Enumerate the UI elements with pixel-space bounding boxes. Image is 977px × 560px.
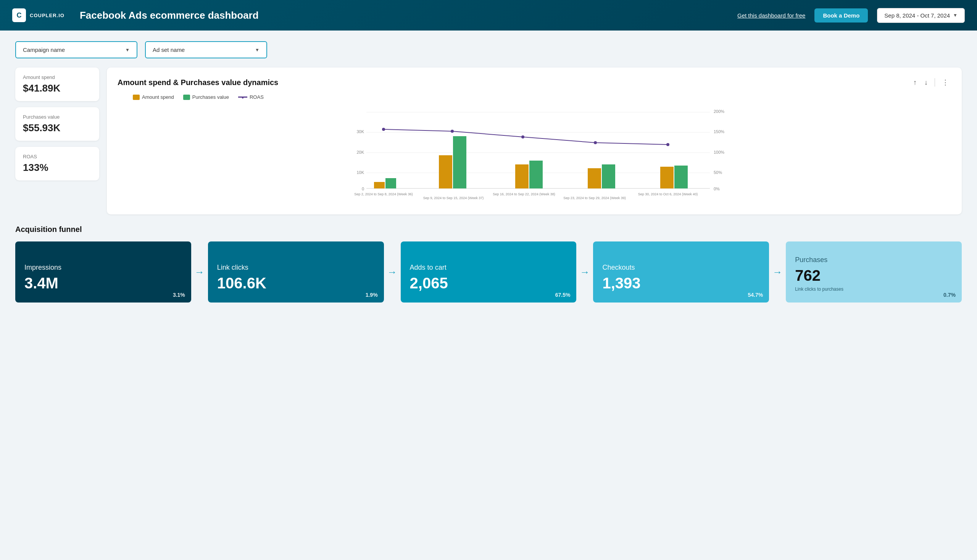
metric-card-purchases-value: Purchases value $55.93K xyxy=(15,107,99,141)
funnel-value-impressions: 3.4M xyxy=(24,275,182,292)
roas-line xyxy=(384,129,668,145)
funnel-label-checkouts: Checkouts xyxy=(602,263,760,272)
book-demo-button[interactable]: Book a Demo xyxy=(814,8,868,23)
logo-area: C COUPLER.IO xyxy=(12,8,65,22)
chart-legend: Amount spend Purchases value ROAS xyxy=(117,94,951,100)
funnel-card-adds-to-cart: Adds to cart 2,065 67.5% xyxy=(401,242,577,303)
svg-text:0%: 0% xyxy=(714,187,720,191)
chart-title: Amount spend & Purchases value dynamics xyxy=(117,78,278,87)
legend-color-purchases xyxy=(183,95,190,100)
chart-metrics-row: Amount spend $41.89K Purchases value $55… xyxy=(15,68,962,214)
date-range-picker[interactable]: Sep 8, 2024 - Oct 7, 2024 ▼ xyxy=(877,8,965,23)
header: C COUPLER.IO Facebook Ads ecommerce dash… xyxy=(0,0,977,30)
svg-text:200%: 200% xyxy=(714,109,724,114)
adset-filter[interactable]: Ad set name ▼ xyxy=(145,41,267,58)
legend-label-roas: ROAS xyxy=(250,94,264,100)
get-dashboard-link[interactable]: Get this dashboard for free xyxy=(737,12,805,19)
metrics-column: Amount spend $41.89K Purchases value $55… xyxy=(15,68,99,214)
legend-item-spend: Amount spend xyxy=(133,94,174,100)
roas-point-3 xyxy=(521,135,524,138)
chart-header: Amount spend & Purchases value dynamics … xyxy=(117,77,951,88)
chart-card: Amount spend & Purchases value dynamics … xyxy=(107,68,962,214)
chevron-down-icon: ▼ xyxy=(255,47,259,53)
funnel-label-purchases: Purchases xyxy=(795,256,953,264)
funnel-card-checkouts: Checkouts 1,393 54.7% xyxy=(593,242,769,303)
chart-actions-divider xyxy=(935,78,935,87)
bar-w1-purchases xyxy=(386,178,396,188)
svg-text:Sep 16, 2024 to Sep 22, 2024 (: Sep 16, 2024 to Sep 22, 2024 (Week 38) xyxy=(493,192,555,196)
funnel-value-purchases: 762 xyxy=(795,267,953,284)
legend-color-spend xyxy=(133,95,140,100)
svg-text:50%: 50% xyxy=(714,170,722,175)
bar-w2-purchases xyxy=(453,136,466,188)
funnel-arrow-4: → xyxy=(769,242,786,303)
funnel-pct-adds-to-cart: 67.5% xyxy=(555,292,571,298)
metric-label-roas: ROAS xyxy=(23,154,92,160)
roas-point-2 xyxy=(451,130,454,133)
metric-value-roas: 133% xyxy=(23,162,92,173)
svg-text:Sep 30, 2024 to Oct 6, 2024 (W: Sep 30, 2024 to Oct 6, 2024 (Week 40) xyxy=(638,192,698,196)
svg-text:100%: 100% xyxy=(714,150,724,155)
svg-text:20K: 20K xyxy=(356,150,364,155)
funnel-label-link-clicks: Link clicks xyxy=(217,263,375,272)
svg-text:Sep 23, 2024 to Sep 29, 2024 (: Sep 23, 2024 to Sep 29, 2024 (Week 39) xyxy=(563,196,626,200)
funnel-label-adds-to-cart: Adds to cart xyxy=(410,263,568,272)
campaign-filter-label: Campaign name xyxy=(23,47,65,53)
funnel-pct-purchases: 0.7% xyxy=(944,292,955,298)
funnel-label-impressions: Impressions xyxy=(24,263,182,272)
metric-card-spend: Amount spend $41.89K xyxy=(15,68,99,101)
chart-svg-container: 0 10K 20K 30K 0% 50% 100% 150% 200% xyxy=(117,105,951,205)
funnel-arrow-1: → xyxy=(191,242,208,303)
chart-actions: ↑ ↓ ⋮ xyxy=(911,77,951,88)
funnel-arrow-2: → xyxy=(384,242,401,303)
metric-value-spend: $41.89K xyxy=(23,82,92,94)
legend-item-roas: ROAS xyxy=(238,94,264,100)
campaign-filter[interactable]: Campaign name ▼ xyxy=(15,41,137,58)
funnel-value-link-clicks: 106.6K xyxy=(217,275,375,292)
chart-menu-button[interactable]: ⋮ xyxy=(940,77,951,88)
roas-point-4 xyxy=(594,141,597,144)
metric-card-roas: ROAS 133% xyxy=(15,147,99,180)
bar-w4-spend xyxy=(588,168,601,188)
bar-w5-spend xyxy=(660,167,674,188)
svg-text:Sep 2, 2024 to Sep 8, 2024 (We: Sep 2, 2024 to Sep 8, 2024 (Week 36) xyxy=(354,192,413,196)
legend-color-roas xyxy=(238,97,247,98)
chevron-down-icon: ▼ xyxy=(125,47,130,53)
funnel-pct-checkouts: 54.7% xyxy=(748,292,763,298)
roas-point-5 xyxy=(666,143,670,146)
funnel-pct-impressions: 3.1% xyxy=(173,292,185,298)
bar-w3-purchases xyxy=(529,161,543,188)
chart-up-button[interactable]: ↑ xyxy=(911,77,919,88)
funnel-card-purchases: Purchases 762 Link clicks to purchases 0… xyxy=(786,242,962,303)
bar-w3-spend xyxy=(515,164,529,188)
funnel-sub-purchases: Link clicks to purchases xyxy=(795,287,953,292)
legend-label-purchases: Purchases value xyxy=(192,94,229,100)
funnel-title: Acquisition funnel xyxy=(15,225,962,234)
page-title: Facebook Ads ecommerce dashboard xyxy=(80,10,728,22)
chart-down-button[interactable]: ↓ xyxy=(922,77,930,88)
main-content: Campaign name ▼ Ad set name ▼ Amount spe… xyxy=(0,30,977,313)
bar-w5-purchases xyxy=(675,165,688,188)
bar-w2-spend xyxy=(439,155,452,188)
adset-filter-label: Ad set name xyxy=(153,47,185,53)
legend-item-purchases: Purchases value xyxy=(183,94,229,100)
bar-w1-spend xyxy=(374,182,385,188)
funnel-card-link-clicks: Link clicks 106.6K 1.9% xyxy=(208,242,384,303)
metric-label-purchases-value: Purchases value xyxy=(23,114,92,120)
funnel-section: Acquisition funnel Impressions 3.4M 3.1%… xyxy=(15,225,962,303)
svg-text:0: 0 xyxy=(362,187,364,191)
funnel-pct-link-clicks: 1.9% xyxy=(366,292,378,298)
svg-text:150%: 150% xyxy=(714,129,724,134)
chart-svg: 0 10K 20K 30K 0% 50% 100% 150% 200% xyxy=(117,105,951,204)
logo-icon: C xyxy=(12,8,26,22)
bar-w4-purchases xyxy=(602,164,615,188)
svg-text:30K: 30K xyxy=(356,129,364,134)
date-range-label: Sep 8, 2024 - Oct 7, 2024 xyxy=(884,12,950,19)
svg-text:Sep 9, 2024 to Sep 15, 2024 (W: Sep 9, 2024 to Sep 15, 2024 (Week 37) xyxy=(423,196,484,200)
funnel-arrow-3: → xyxy=(576,242,593,303)
funnel-value-adds-to-cart: 2,065 xyxy=(410,275,568,292)
metric-label-spend: Amount spend xyxy=(23,74,92,80)
funnel-card-impressions: Impressions 3.4M 3.1% xyxy=(15,242,191,303)
metric-value-purchases-value: $55.93K xyxy=(23,122,92,134)
logo-text: COUPLER.IO xyxy=(30,13,65,18)
